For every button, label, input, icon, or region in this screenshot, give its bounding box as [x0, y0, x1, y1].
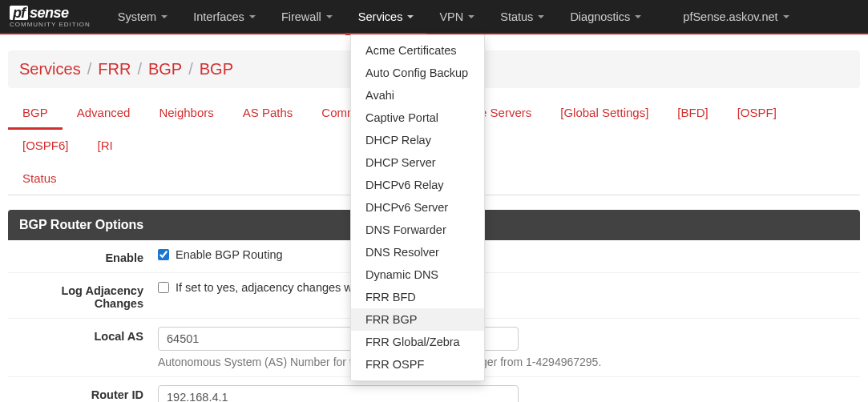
tab-ospf[interactable]: [OSPF] — [723, 96, 791, 129]
tab-bgp[interactable]: BGP — [8, 96, 63, 129]
chevron-down-icon — [161, 15, 168, 18]
dropdown-item-dhcpv6relay[interactable]: DHCPv6 Relay — [351, 174, 484, 196]
nav-diagnostics[interactable]: Diagnostics — [557, 0, 654, 34]
dropdown-item-frrbgp[interactable]: FRR BGP — [351, 308, 484, 331]
nav-firewall[interactable]: Firewall — [268, 0, 345, 34]
nav-hostname[interactable]: pfSense.askov.net — [670, 0, 801, 34]
label-local-as: Local AS — [18, 327, 158, 343]
dropdown-item-captiveportal[interactable]: Captive Portal — [351, 107, 484, 129]
log-adjacency-checkbox[interactable] — [158, 282, 169, 293]
nav-status[interactable]: Status — [487, 0, 557, 34]
nav-vpn[interactable]: VPN — [426, 0, 487, 34]
tab-ri[interactable]: [RI — [83, 129, 127, 162]
chevron-down-icon — [326, 15, 333, 18]
dropdown-item-dnsresolver[interactable]: DNS Resolver — [351, 241, 484, 263]
chevron-down-icon — [249, 15, 256, 18]
breadcrumb-sep: / — [87, 60, 92, 78]
tab-globalsettings[interactable]: [Global Settings] — [546, 96, 663, 129]
nav-interfaces[interactable]: Interfaces — [180, 0, 268, 34]
dropdown-item-dhcpv6server[interactable]: DHCPv6 Server — [351, 196, 484, 219]
logo[interactable]: pfsense COMMUNITY EDITION — [10, 6, 91, 28]
logo-pf: pf — [10, 6, 28, 20]
dropdown-item-frrglobal[interactable]: FRR Global/Zebra — [351, 331, 484, 353]
logo-sense: sense — [30, 5, 69, 21]
chevron-down-icon — [538, 15, 544, 18]
enable-checkbox-label: Enable BGP Routing — [176, 248, 283, 261]
dropdown-item-frrbfd[interactable]: FRR BFD — [351, 286, 484, 308]
chevron-down-icon — [783, 15, 789, 18]
top-navbar: pfsense COMMUNITY EDITION System Interfa… — [0, 0, 868, 34]
enable-checkbox-line[interactable]: Enable BGP Routing — [158, 248, 850, 261]
label-log-adjacency: Log Adjacency Changes — [18, 281, 158, 310]
chevron-down-icon — [407, 15, 414, 18]
breadcrumb-sep: / — [137, 60, 142, 78]
tab-advanced[interactable]: Advanced — [63, 96, 145, 129]
tab-neighbors[interactable]: Neighbors — [144, 96, 228, 129]
router-id-input[interactable] — [158, 385, 519, 402]
tab-ospf6[interactable]: [OSPF6] — [8, 129, 83, 162]
breadcrumb-bgp2[interactable]: BGP — [200, 60, 233, 78]
enable-checkbox[interactable] — [158, 249, 169, 260]
nav-system[interactable]: System — [105, 0, 180, 34]
breadcrumb-frr[interactable]: FRR — [98, 60, 131, 78]
local-as-help: Autonomous System (AS) Number for this r… — [158, 356, 850, 368]
label-router-id: Router ID — [18, 385, 158, 401]
label-enable: Enable — [18, 248, 158, 264]
nav-items: System Interfaces Firewall Services VPN … — [105, 0, 802, 34]
nav-services[interactable]: Services — [345, 0, 427, 34]
logo-edition: COMMUNITY EDITION — [10, 21, 91, 28]
dropdown-item-acme[interactable]: Acme Certificates — [351, 39, 484, 62]
log-adjacency-checkbox-label: If set to yes, adjacency changes w — [176, 281, 353, 294]
dropdown-item-avahi[interactable]: Avahi — [351, 84, 484, 107]
tab-aspaths[interactable]: AS Paths — [228, 96, 308, 129]
dropdown-item-dhcprelay[interactable]: DHCP Relay — [351, 129, 484, 151]
chevron-down-icon — [635, 15, 641, 18]
dropdown-item-frrospf[interactable]: FRR OSPF — [351, 353, 484, 376]
dropdown-item-dhcpserver[interactable]: DHCP Server — [351, 151, 484, 174]
breadcrumb-bgp1[interactable]: BGP — [148, 60, 182, 78]
tab-bfd[interactable]: [BFD] — [663, 96, 722, 129]
breadcrumb-sep: / — [188, 60, 193, 78]
dropdown-item-dnsforwarder[interactable]: DNS Forwarder — [351, 219, 484, 241]
services-dropdown: Acme Certificates Auto Config Backup Ava… — [350, 34, 485, 381]
dropdown-item-dynamicdns[interactable]: Dynamic DNS — [351, 263, 484, 286]
dropdown-item-autoconfigbackup[interactable]: Auto Config Backup — [351, 62, 484, 84]
breadcrumb-services[interactable]: Services — [19, 60, 81, 78]
log-adjacency-checkbox-line[interactable]: If set to yes, adjacency changes w — [158, 281, 850, 294]
tab-status[interactable]: Status — [8, 162, 71, 195]
chevron-down-icon — [468, 15, 474, 18]
